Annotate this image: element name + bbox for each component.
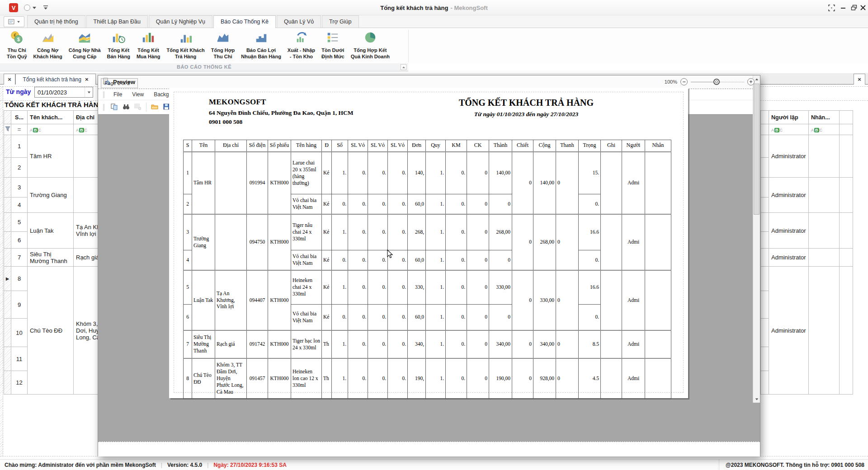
ribbon-button-thu-chi-ton-quy[interactable]: €$Thu Chi Tồn Quỹ <box>4 29 30 63</box>
ribbon-button-cong-no-nha-cung-cap[interactable]: Công Nợ Nhà Cung Cấp <box>66 29 104 63</box>
zoom-slider-thumb[interactable] <box>713 79 720 85</box>
toolbar-document-map-button[interactable] <box>109 102 120 113</box>
ribbon-tab-quan-ly-nghiep-vu[interactable]: Quản Lý Nghiệp Vụ <box>149 15 212 28</box>
menu-file[interactable]: File <box>108 89 127 99</box>
close-tab-icon[interactable]: × <box>858 76 861 82</box>
row-number-cell[interactable]: 5 <box>11 213 28 232</box>
customize-toolbar-icon[interactable] <box>42 4 50 13</box>
ribbon-tab-bao-cao-thong-ke[interactable]: Báo Cáo Thống Kê <box>213 15 276 28</box>
quick-access-dropdown-icon[interactable] <box>33 7 36 9</box>
grid-cell[interactable] <box>761 267 769 291</box>
ribbon-button-bao-cao-loi-nhuan-ban-hang[interactable]: Báo Cáo Lợi Nhuận Bán Hàng <box>238 29 284 63</box>
restore-button[interactable] <box>849 3 859 13</box>
ribbon-tab-thiet-lap-ban-au[interactable]: Thiết Lập Ban Đầu <box>86 15 148 28</box>
employee-cell[interactable] <box>809 249 840 267</box>
quick-access-button[interactable] <box>24 4 31 13</box>
filter-cell[interactable]: ABC <box>769 124 809 135</box>
grid-cell[interactable] <box>840 249 853 267</box>
ribbon-tab-quan-ly-vo[interactable]: Quản Lý Vỏ <box>277 15 321 28</box>
grid-cell[interactable] <box>761 347 769 371</box>
filter-cell[interactable]: ABC <box>809 124 840 135</box>
close-tab-icon[interactable]: × <box>85 76 89 82</box>
ribbon-collapse-button[interactable] <box>401 64 406 70</box>
grid-cell[interactable] <box>761 197 769 213</box>
row-indicator[interactable] <box>4 371 11 395</box>
grid-cell[interactable] <box>761 135 769 158</box>
creator-cell[interactable]: Administrator <box>769 249 809 267</box>
column-header-nguoi-lap[interactable]: Người lập <box>769 111 809 124</box>
scroll-down-icon[interactable] <box>753 395 760 403</box>
row-number-cell[interactable]: 4 <box>11 197 28 213</box>
grid-cell[interactable] <box>840 267 853 395</box>
zoom-slider[interactable] <box>691 78 744 85</box>
row-number-cell[interactable]: 1 <box>11 135 28 158</box>
row-indicator[interactable] <box>4 158 11 178</box>
grid-cell[interactable] <box>761 371 769 395</box>
filter-cell[interactable]: ABC <box>28 124 74 135</box>
preview-vertical-scrollbar[interactable] <box>753 114 760 403</box>
toolbar-grip[interactable] <box>103 104 104 111</box>
menubar-grip[interactable] <box>103 91 104 98</box>
close-tab-icon[interactable]: × <box>8 76 11 82</box>
tab-close-right-button[interactable]: × <box>854 74 865 85</box>
row-number-cell[interactable]: 9 <box>11 291 28 319</box>
row-indicator[interactable] <box>4 291 11 319</box>
grid-cell[interactable] <box>840 213 853 249</box>
column-header-s[interactable]: S... <box>11 111 28 124</box>
row-indicator[interactable] <box>4 232 11 249</box>
ribbon-tab-quan-tri-he-thong[interactable]: Quản trị hệ thống <box>27 15 85 28</box>
grid-cell[interactable] <box>761 319 769 347</box>
menu-view[interactable]: View <box>127 89 149 99</box>
row-number-cell[interactable]: 12 <box>11 371 28 395</box>
customer-name-cell[interactable]: Chú Tèo ĐĐ <box>28 267 74 395</box>
employee-cell[interactable] <box>809 213 840 249</box>
employee-cell[interactable] <box>809 267 840 395</box>
creator-cell[interactable]: Administrator <box>769 178 809 213</box>
tab-close-left-button[interactable]: × <box>4 74 15 85</box>
employee-cell[interactable] <box>809 178 840 213</box>
creator-cell[interactable]: Administrator <box>769 213 809 249</box>
customer-name-cell[interactable]: Luận Tak <box>28 213 74 249</box>
fullscreen-button[interactable] <box>826 3 836 13</box>
filter-cell[interactable]: = <box>11 124 28 135</box>
creator-cell[interactable]: Administrator <box>769 135 809 178</box>
row-number-cell[interactable]: 8 <box>11 267 28 291</box>
ribbon-button-xuat-nhap-ton-kho[interactable]: Xuất - Nhập - Tồn Kho <box>284 29 318 63</box>
ribbon-button-tong-ket-ban-hang[interactable]: Tổng Kết Bán Hàng <box>104 29 133 63</box>
customer-name-cell[interactable]: Trường Giang <box>28 178 74 213</box>
toolbar-open-button[interactable] <box>149 102 160 113</box>
row-indicator[interactable] <box>4 135 11 158</box>
ribbon-button-ton-duoi-inh-muc[interactable]: Tồn Dưới Định Mức <box>318 29 348 63</box>
ribbon-tab-tro-giup[interactable]: Trợ Giúp <box>322 15 359 28</box>
row-number-cell[interactable]: 7 <box>11 249 28 267</box>
row-number-cell[interactable]: 3 <box>11 178 28 197</box>
creator-cell[interactable]: Administrator <box>769 267 809 395</box>
grid-cell[interactable] <box>761 249 769 267</box>
grid-cell[interactable] <box>761 158 769 178</box>
row-indicator[interactable] <box>4 347 11 371</box>
row-indicator[interactable] <box>4 319 11 347</box>
column-header-ten-khach[interactable]: Tên khách... <box>28 111 74 124</box>
app-menu-button[interactable] <box>4 16 24 27</box>
grid-cell[interactable] <box>761 291 769 319</box>
ribbon-button-tong-ket-khach-tra-hang[interactable]: Tổng Kết Khách Trả Hàng <box>163 29 208 63</box>
grid-cell[interactable] <box>761 232 769 249</box>
zoom-out-button[interactable]: − <box>680 78 688 85</box>
toolbar-search-button[interactable] <box>121 102 132 113</box>
row-indicator[interactable] <box>4 213 11 232</box>
row-number-cell[interactable]: 2 <box>11 158 28 178</box>
filter-row-icon[interactable] <box>4 124 11 135</box>
minimize-button[interactable] <box>838 3 848 13</box>
date-dropdown-icon[interactable] <box>85 87 93 97</box>
close-button[interactable] <box>858 3 868 13</box>
column-header-nhan[interactable]: Nhân... <box>809 111 840 124</box>
customer-name-cell[interactable]: Tâm HR <box>28 135 74 178</box>
ribbon-button-tong-ket-mua-hang[interactable]: Tổng Kết Mua Hàng <box>133 29 164 63</box>
zoom-in-button[interactable]: + <box>747 78 755 85</box>
row-number-cell[interactable]: 11 <box>11 347 28 371</box>
from-date-input[interactable]: 01/10/2023 <box>34 87 93 98</box>
row-indicator[interactable] <box>4 178 11 197</box>
grid-cell[interactable] <box>840 135 853 178</box>
toolbar-customize-button[interactable] <box>132 102 143 113</box>
grid-cell[interactable] <box>761 213 769 232</box>
